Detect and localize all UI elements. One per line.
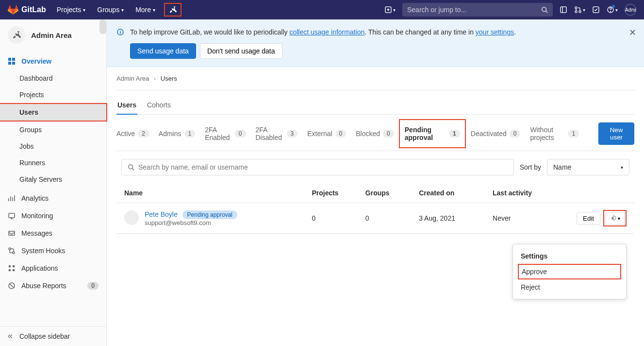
sidebar-header: Admin Area <box>0 19 106 51</box>
sidebar-applications[interactable]: Applications <box>0 260 106 277</box>
chevron-down-icon: ▾ <box>83 7 85 13</box>
collapse-icon <box>8 333 15 340</box>
svg-rect-18 <box>9 269 11 271</box>
svg-rect-9 <box>8 58 11 61</box>
user-search-input[interactable] <box>138 163 508 171</box>
collapse-sidebar[interactable]: Collapse sidebar <box>0 326 106 346</box>
sidebar-system-hooks[interactable]: System Hooks <box>0 242 106 260</box>
reject-item[interactable]: Reject <box>513 279 626 295</box>
user-search-field[interactable] <box>121 159 514 175</box>
svg-rect-10 <box>12 58 15 61</box>
gitlab-logo[interactable]: GitLab <box>8 4 46 15</box>
approve-item[interactable]: Approve <box>522 268 617 276</box>
header-projects: Projects <box>312 189 365 197</box>
sidebar-jobs[interactable]: Jobs <box>0 138 106 155</box>
svg-rect-19 <box>13 269 15 271</box>
user-avatar[interactable]: Administrator <box>625 4 636 16</box>
sidebar-users-highlight: Users <box>0 103 107 121</box>
gitlab-icon <box>8 4 18 15</box>
filter-without-projects[interactable]: Without projects1 <box>530 124 579 143</box>
chevron-down-icon: ▾ <box>153 7 155 13</box>
filter-pending-approval[interactable]: Pending approval1 <box>405 124 460 143</box>
nav-projects[interactable]: Projects▾ <box>52 3 91 17</box>
monitoring-icon <box>8 212 16 220</box>
user-avatar <box>124 210 139 225</box>
sidebar-dashboard[interactable]: Dashboard <box>0 70 106 86</box>
sidebar-messages[interactable]: Messages <box>0 225 106 242</box>
merge-requests-icon[interactable]: ▾ <box>574 6 585 14</box>
filter-tabs: Active2 Admins1 2FA Enabled0 2FA Disable… <box>116 122 634 151</box>
nav-groups[interactable]: Groups▾ <box>92 3 129 17</box>
chevron-down-icon: ▾ <box>121 7 124 13</box>
filter-2fa-disabled[interactable]: 2FA Disabled3 <box>256 124 298 143</box>
close-icon[interactable]: ✕ <box>629 27 636 38</box>
sidebar-analytics[interactable]: Analytics <box>0 190 106 207</box>
filter-admins[interactable]: Admins1 <box>159 128 195 139</box>
nav-items: Projects▾ Groups▾ More▾ <box>52 3 182 17</box>
main-content: To help improve GitLab, we would like to… <box>107 19 644 346</box>
sort-select[interactable]: Name ▾ <box>547 159 629 175</box>
edit-button[interactable]: Edit <box>577 212 600 225</box>
filter-deactivated[interactable]: Deactivated0 <box>471 128 521 139</box>
svg-rect-17 <box>13 265 15 267</box>
brand-text: GitLab <box>21 5 46 14</box>
banner-text: To help improve GitLab, we would like to… <box>130 27 634 59</box>
tab-cohorts[interactable]: Cohorts <box>146 96 172 114</box>
table-row: Pete Boyle Pending approval support@webs… <box>116 203 634 234</box>
sidebar-projects[interactable]: Projects <box>0 86 106 103</box>
main-tabs: Users Cohorts <box>116 96 634 115</box>
user-name-link[interactable]: Pete Boyle <box>145 210 178 218</box>
header-groups: Groups <box>365 189 419 197</box>
filter-blocked[interactable]: Blocked0 <box>356 128 394 139</box>
approve-highlight: Approve <box>518 264 621 279</box>
new-user-button[interactable]: New user <box>598 122 634 145</box>
chevron-down-icon: ▾ <box>621 165 623 170</box>
cell-groups: 0 <box>365 214 419 222</box>
info-icon <box>116 28 124 36</box>
cell-activity: Never <box>493 214 566 222</box>
breadcrumb-root[interactable]: Admin Area <box>116 75 149 82</box>
sidebar-groups[interactable]: Groups <box>0 121 106 138</box>
table-header: Name Projects Groups Created on Last act… <box>116 183 634 203</box>
todos-icon[interactable] <box>592 6 600 14</box>
filter-active[interactable]: Active2 <box>116 128 149 139</box>
dropdown-header: Settings <box>513 248 626 264</box>
sidebar-monitoring[interactable]: Monitoring <box>0 207 106 225</box>
usage-info-link[interactable]: collect usage information <box>289 28 364 36</box>
admin-area-icon <box>8 26 25 44</box>
search-input[interactable] <box>407 6 541 14</box>
chevron-down-icon: ▾ <box>393 7 396 13</box>
filter-external[interactable]: External0 <box>307 128 346 139</box>
search-icon <box>128 164 134 171</box>
svg-rect-16 <box>9 265 11 267</box>
wrench-icon[interactable] <box>169 6 177 14</box>
filter-2fa-enabled[interactable]: 2FA Enabled0 <box>205 124 246 143</box>
sidebar-abuse-reports[interactable]: Abuse Reports0 <box>0 277 106 294</box>
nav-more[interactable]: More▾ <box>131 3 160 17</box>
settings-gear-button[interactable]: ▾ <box>605 212 625 225</box>
svg-rect-13 <box>9 213 15 218</box>
sidebar-scrollbar[interactable] <box>99 19 106 34</box>
svg-point-15 <box>13 252 15 254</box>
send-usage-button[interactable]: Send usage data <box>130 43 196 59</box>
status-badge: Pending approval <box>182 210 237 219</box>
tab-users[interactable]: Users <box>116 96 137 115</box>
analytics-icon <box>8 194 16 202</box>
usage-banner: To help improve GitLab, we would like to… <box>107 19 644 67</box>
dont-send-usage-button[interactable]: Don't send usage data <box>200 43 282 59</box>
sidebar-gitaly[interactable]: Gitaly Servers <box>0 171 106 188</box>
chevron-down-icon: ▾ <box>618 216 620 221</box>
svg-point-4 <box>575 11 577 13</box>
breadcrumb-sep: › <box>154 75 156 82</box>
sidebar-runners[interactable]: Runners <box>0 155 106 171</box>
help-icon[interactable]: ▾ <box>607 6 618 14</box>
sidebar-overview[interactable]: Overview <box>0 52 106 70</box>
hooks-icon <box>8 247 16 255</box>
svg-rect-2 <box>561 7 566 13</box>
plus-button[interactable]: ▾ <box>384 6 396 14</box>
global-search[interactable] <box>402 3 553 17</box>
settings-link[interactable]: your settings <box>476 28 514 36</box>
issues-icon[interactable] <box>560 6 567 14</box>
breadcrumb-current: Users <box>161 75 177 82</box>
sidebar-users[interactable]: Users <box>0 104 106 121</box>
